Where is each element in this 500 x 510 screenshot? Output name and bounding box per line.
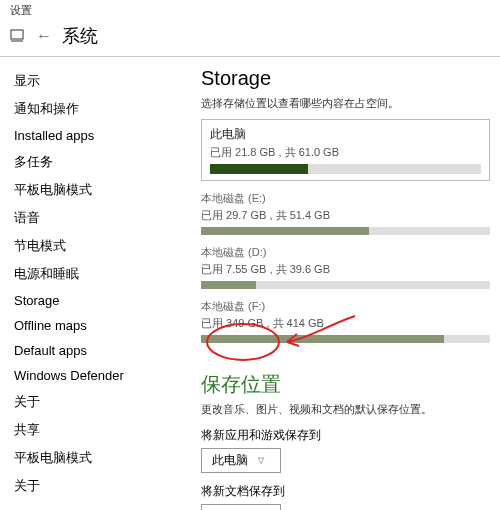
sidebar-item-storage[interactable]: Storage <box>0 288 185 313</box>
usage-bar <box>201 335 490 343</box>
drive-name: 本地磁盘 (D:) <box>201 245 490 260</box>
content: 显示 通知和操作 Installed apps 多任务 平板电脑模式 语音 节电… <box>0 57 500 510</box>
storage-desc: 选择存储位置以查看哪些内容在占空间。 <box>201 96 490 111</box>
select-value: 此电脑 <box>212 452 248 469</box>
page-title: 系统 <box>62 24 98 48</box>
field-label: 将新应用和游戏保存到 <box>201 427 490 444</box>
drive-d[interactable]: 本地磁盘 (D:) 已用 7.55 GB , 共 39.6 GB <box>201 245 490 289</box>
storage-heading: Storage <box>201 67 490 90</box>
main: Storage 选择存储位置以查看哪些内容在占空间。 此电脑 已用 21.8 G… <box>185 57 500 510</box>
drive-name: 本地磁盘 (F:) <box>201 299 490 314</box>
drive-this-pc[interactable]: 此电脑 已用 21.8 GB , 共 61.0 GB <box>201 119 490 181</box>
sidebar-item-about2[interactable]: 关于 <box>0 472 185 500</box>
field-label: 将新文档保存到 <box>201 483 490 500</box>
header: ← 系统 <box>0 22 500 57</box>
drive-info: 已用 21.8 GB , 共 61.0 GB <box>210 145 481 160</box>
drive-f[interactable]: 本地磁盘 (F:) 已用 349 GB , 共 414 GB <box>201 299 490 343</box>
save-apps-select[interactable]: 此电脑 ▽ <box>201 448 281 473</box>
drive-info: 已用 349 GB , 共 414 GB <box>201 316 490 331</box>
save-location-heading: 保存位置 <box>201 371 281 398</box>
sidebar: 显示 通知和操作 Installed apps 多任务 平板电脑模式 语音 节电… <box>0 57 185 510</box>
save-location-desc: 更改音乐、图片、视频和文档的默认保存位置。 <box>201 402 490 417</box>
chevron-down-icon: ▽ <box>258 456 264 465</box>
window-titlebar: 设置 <box>0 0 500 22</box>
sidebar-item-tablet2[interactable]: 平板电脑模式 <box>0 444 185 472</box>
sidebar-item-battery[interactable]: 节电模式 <box>0 232 185 260</box>
sidebar-item-offline-maps[interactable]: Offline maps <box>0 313 185 338</box>
sidebar-item-power[interactable]: 电源和睡眠 <box>0 260 185 288</box>
sidebar-item-tablet[interactable]: 平板电脑模式 <box>0 176 185 204</box>
save-docs-select[interactable]: 此电脑 ▽ <box>201 504 281 510</box>
sidebar-item-voice[interactable]: 语音 <box>0 204 185 232</box>
usage-bar <box>201 227 490 235</box>
drive-name: 本地磁盘 (E:) <box>201 191 490 206</box>
sidebar-item-multitask[interactable]: 多任务 <box>0 148 185 176</box>
sidebar-item-about[interactable]: 关于 <box>0 388 185 416</box>
usage-bar <box>210 164 481 174</box>
drive-e[interactable]: 本地磁盘 (E:) 已用 29.7 GB , 共 51.4 GB <box>201 191 490 235</box>
sidebar-item-defender[interactable]: Windows Defender <box>0 363 185 388</box>
sidebar-item-display[interactable]: 显示 <box>0 67 185 95</box>
drive-name: 此电脑 <box>210 126 481 143</box>
sidebar-item-installed-apps[interactable]: Installed apps <box>0 123 185 148</box>
home-icon[interactable] <box>10 28 26 45</box>
sidebar-item-default-apps[interactable]: Default apps <box>0 338 185 363</box>
sidebar-item-notifications[interactable]: 通知和操作 <box>0 95 185 123</box>
drive-info: 已用 29.7 GB , 共 51.4 GB <box>201 208 490 223</box>
sidebar-item-share[interactable]: 共享 <box>0 416 185 444</box>
drive-info: 已用 7.55 GB , 共 39.6 GB <box>201 262 490 277</box>
save-docs-field: 将新文档保存到 此电脑 ▽ <box>201 483 490 510</box>
svg-rect-0 <box>11 30 23 39</box>
back-button[interactable]: ← <box>36 27 52 45</box>
save-apps-field: 将新应用和游戏保存到 此电脑 ▽ <box>201 427 490 473</box>
usage-bar <box>201 281 490 289</box>
